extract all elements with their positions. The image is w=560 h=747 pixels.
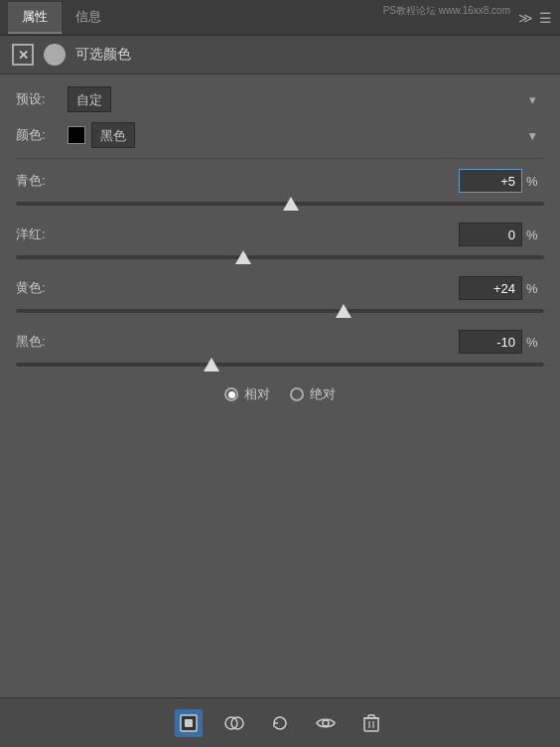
- cyan-input-wrap: %: [459, 169, 544, 193]
- black-top-row: 黑色: %: [16, 330, 544, 354]
- radio-row: 相对 绝对: [16, 385, 544, 403]
- trash-icon[interactable]: [357, 709, 385, 737]
- watermark: PS教程论坛 www.16xx8.com: [383, 4, 510, 18]
- yellow-label: 黄色:: [16, 279, 68, 297]
- radio-absolute[interactable]: 绝对: [290, 385, 336, 403]
- yellow-section: 黄色: %: [16, 276, 544, 318]
- tab-bar: 属性 信息 ≫ ☰ PS教程论坛 www.16xx8.com: [0, 0, 560, 36]
- panel-header: ✕ 可选颜色: [0, 36, 560, 75]
- color-swatch: [68, 126, 85, 144]
- panel-title: 可选颜色: [75, 46, 131, 64]
- svg-rect-5: [364, 718, 378, 731]
- cyan-thumb[interactable]: [283, 197, 299, 211]
- magenta-top-row: 洋红: %: [16, 223, 544, 246]
- reset-icon[interactable]: [266, 709, 294, 737]
- radio-absolute-circle: [290, 387, 304, 401]
- color-select[interactable]: 黑色: [91, 122, 135, 148]
- black-thumb[interactable]: [204, 358, 219, 372]
- cyan-input[interactable]: [459, 169, 522, 193]
- black-track[interactable]: [16, 358, 544, 372]
- mask-icon[interactable]: [175, 709, 203, 737]
- black-section: 黑色: %: [16, 330, 544, 372]
- black-thumb-shape: [204, 358, 219, 372]
- tab-properties[interactable]: 属性: [8, 2, 62, 34]
- yellow-track[interactable]: [16, 304, 544, 318]
- magenta-thumb-shape: [235, 250, 251, 264]
- tab-bar-actions: ≫ ☰: [518, 10, 552, 26]
- radio-relative-dot: [228, 391, 235, 398]
- magenta-input[interactable]: [459, 223, 522, 246]
- preset-select-wrapper: 自定: [68, 86, 544, 112]
- yellow-thumb-shape: [336, 304, 351, 318]
- radio-absolute-label: 绝对: [310, 385, 336, 403]
- black-track-bg: [16, 363, 544, 367]
- black-input-wrap: %: [459, 330, 544, 354]
- black-label: 黑色:: [16, 333, 68, 351]
- preset-label: 预设:: [16, 90, 68, 108]
- eye-icon[interactable]: [312, 709, 340, 737]
- yellow-input[interactable]: [459, 276, 522, 300]
- adjustment-circle-icon: [44, 44, 66, 66]
- color-select-wrapper: 黑色 ▾: [68, 122, 544, 148]
- svg-point-4: [323, 720, 329, 726]
- yellow-pct: %: [526, 281, 544, 296]
- magenta-pct: %: [526, 227, 544, 242]
- magenta-track-bg: [16, 255, 544, 259]
- cyan-section: 青色: %: [16, 169, 544, 211]
- yellow-top-row: 黄色: %: [16, 276, 544, 300]
- yellow-track-bg: [16, 309, 544, 313]
- radio-relative-circle: [224, 387, 238, 401]
- magenta-track[interactable]: [16, 250, 544, 264]
- radio-relative-label: 相对: [244, 385, 270, 403]
- panel-content: 预设: 自定 颜色: 黑色 ▾ 青色: %: [0, 75, 560, 423]
- adjustment-x-icon: ✕: [12, 44, 34, 66]
- panel-options-icon[interactable]: ☰: [539, 10, 552, 26]
- cyan-track[interactable]: [16, 197, 544, 211]
- yellow-thumb[interactable]: [336, 304, 351, 318]
- magenta-label: 洋红:: [16, 225, 68, 243]
- magenta-section: 洋红: %: [16, 223, 544, 264]
- black-pct: %: [526, 335, 544, 350]
- magenta-thumb[interactable]: [235, 250, 251, 264]
- preset-select[interactable]: 自定: [68, 86, 111, 112]
- panel-menu-icon[interactable]: ≫: [518, 10, 533, 26]
- divider: [16, 158, 544, 159]
- cyan-pct: %: [526, 174, 544, 189]
- cyan-thumb-shape: [283, 197, 299, 211]
- magenta-input-wrap: %: [459, 223, 544, 246]
- eye-circles-icon[interactable]: [220, 709, 248, 737]
- cyan-track-bg: [16, 202, 544, 206]
- black-input[interactable]: [459, 330, 522, 354]
- preset-row: 预设: 自定: [16, 86, 544, 112]
- color-label: 颜色:: [16, 126, 68, 144]
- yellow-input-wrap: %: [459, 276, 544, 300]
- color-row: 颜色: 黑色 ▾: [16, 122, 544, 148]
- cyan-label: 青色:: [16, 172, 68, 190]
- cyan-top-row: 青色: %: [16, 169, 544, 193]
- bottom-toolbar: [0, 697, 560, 747]
- tab-info[interactable]: 信息: [62, 2, 115, 34]
- radio-relative[interactable]: 相对: [224, 385, 270, 403]
- svg-rect-1: [185, 719, 193, 727]
